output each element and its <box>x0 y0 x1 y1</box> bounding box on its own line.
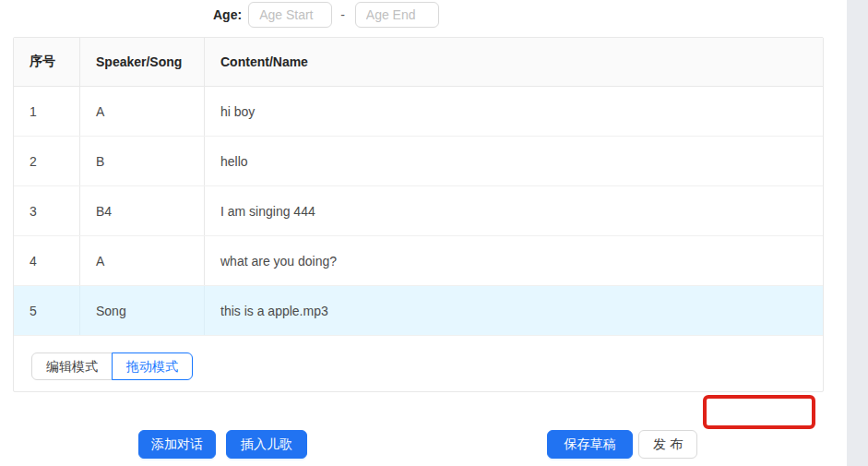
age-start-input[interactable] <box>248 2 332 28</box>
table-row[interactable]: 4 A what are you doing? <box>14 236 823 286</box>
save-draft-button[interactable]: 保存草稿 <box>547 430 633 459</box>
page: Age: - 序号 Speaker/Song Content/Name 1 A … <box>0 0 868 466</box>
cell-index: 1 <box>14 87 80 136</box>
dialogue-table: 序号 Speaker/Song Content/Name 1 A hi boy … <box>13 37 824 392</box>
cell-speaker: B4 <box>80 186 205 235</box>
table-row-selected[interactable]: 5 Song this is a apple.mp3 <box>14 286 823 336</box>
scrollbar-track[interactable] <box>847 0 868 466</box>
age-end-input[interactable] <box>355 2 439 28</box>
insert-song-button[interactable]: 插入儿歌 <box>226 430 307 459</box>
cell-index: 4 <box>14 236 80 285</box>
table-header-row: 序号 Speaker/Song Content/Name <box>14 38 823 87</box>
cell-index: 5 <box>14 286 80 335</box>
cell-content: hi boy <box>205 87 823 136</box>
column-header-speaker: Speaker/Song <box>80 38 205 86</box>
age-label: Age: <box>213 7 242 22</box>
age-filter: Age: - <box>213 1 439 28</box>
drag-mode-button[interactable]: 拖动模式 <box>112 352 193 380</box>
highlight-rectangle <box>703 395 815 429</box>
edit-mode-button[interactable]: 编辑模式 <box>31 352 113 380</box>
publish-button[interactable]: 发 布 <box>638 430 697 459</box>
cell-content: what are you doing? <box>205 236 823 285</box>
add-dialogue-button[interactable]: 添加对话 <box>138 430 216 459</box>
cell-content: this is a apple.mp3 <box>205 286 823 335</box>
cell-speaker: Song <box>80 286 205 335</box>
mode-toggle-group: 编辑模式 拖动模式 <box>31 352 193 380</box>
cell-index: 2 <box>14 137 80 185</box>
cell-speaker: B <box>80 137 205 185</box>
cell-speaker: A <box>80 236 205 285</box>
cell-speaker: A <box>80 87 205 136</box>
table-row[interactable]: 2 B hello <box>14 137 823 186</box>
cell-index: 3 <box>14 186 80 235</box>
column-header-index: 序号 <box>14 38 80 86</box>
cell-content: I am singing 444 <box>205 186 823 235</box>
age-range-separator: - <box>340 7 345 22</box>
column-header-content: Content/Name <box>205 38 823 86</box>
table-row[interactable]: 3 B4 I am singing 444 <box>14 186 823 236</box>
cell-content: hello <box>205 137 823 185</box>
table-footer: 编辑模式 拖动模式 <box>14 336 823 380</box>
table-row[interactable]: 1 A hi boy <box>14 87 823 137</box>
